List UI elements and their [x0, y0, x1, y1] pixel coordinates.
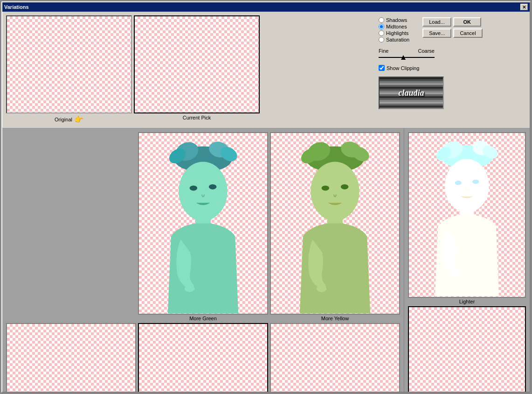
- svg-point-95: [445, 159, 489, 213]
- variations-dialog: Variations ✕: [1, 1, 531, 393]
- checker-background: [7, 16, 131, 113]
- shadows-radio[interactable]: [379, 17, 384, 23]
- more-yellow-figure: [271, 133, 399, 314]
- shadows-radio-row[interactable]: Shadows: [379, 17, 409, 23]
- original-label: Original 👉: [55, 115, 83, 124]
- current-pick-label-text: Current Pick: [183, 115, 211, 120]
- checker-background-2: [135, 16, 259, 113]
- current-pick-label: Current Pick: [183, 115, 211, 120]
- svg-point-26: [190, 185, 198, 190]
- highlights-radio-row[interactable]: Highlights: [379, 30, 409, 36]
- variation-cell-more-cyan[interactable]: More Cyan: [6, 323, 136, 392]
- original-preview-box: Original 👉: [6, 15, 132, 124]
- svg-point-35: [311, 162, 359, 221]
- lighter-image[interactable]: [408, 132, 526, 298]
- coarse-label: Coarse: [418, 48, 435, 54]
- logo-preview: claudia: [379, 77, 444, 109]
- slider-line: [379, 57, 435, 58]
- more-green-figure: [139, 133, 267, 314]
- fine-label: Fine: [379, 48, 388, 54]
- cancel-button[interactable]: Cancel: [453, 28, 482, 38]
- top-section: Original 👉: [2, 12, 530, 128]
- midtones-label: Midtones: [386, 24, 407, 29]
- bottom-section: More Green: [2, 128, 530, 392]
- variation-cell-more-yellow[interactable]: More Yellow: [270, 132, 400, 321]
- more-cyan-image[interactable]: [6, 323, 136, 392]
- empty-top-left: [6, 132, 136, 321]
- slider-labels: Fine Coarse: [379, 48, 435, 54]
- right-current-pick-cell[interactable]: Current Pick: [408, 306, 526, 392]
- lighter-label: Lighter: [459, 299, 475, 304]
- checker-bg: [409, 307, 525, 392]
- title-bar: Variations ✕: [2, 2, 530, 12]
- top-previews: Original 👉: [6, 15, 373, 124]
- svg-point-37: [341, 184, 349, 190]
- ok-button[interactable]: OK: [453, 17, 481, 27]
- variation-cell-more-green[interactable]: More Green: [138, 132, 268, 321]
- current-pick-center-image[interactable]: [138, 323, 268, 392]
- more-yellow-image[interactable]: [270, 132, 400, 315]
- checker-bg: [271, 324, 399, 392]
- lighter-figure: [409, 133, 525, 297]
- svg-point-97: [472, 179, 479, 184]
- midtones-radio[interactable]: [379, 24, 384, 29]
- right-current-pick-image[interactable]: [408, 306, 526, 392]
- more-green-label: More Green: [189, 316, 217, 321]
- svg-point-39: [317, 286, 327, 292]
- more-red-image[interactable]: [270, 323, 400, 392]
- svg-point-27: [209, 184, 217, 190]
- shadows-label: Shadows: [386, 17, 407, 23]
- svg-point-36: [322, 185, 330, 190]
- dialog-body: Original 👉: [2, 12, 530, 392]
- more-green-image[interactable]: [138, 132, 268, 315]
- slider-track[interactable]: [379, 54, 435, 61]
- highlights-label: Highlights: [386, 30, 408, 36]
- svg-point-25: [179, 162, 228, 221]
- variation-grid: More Green: [2, 128, 404, 392]
- load-button[interactable]: Load...: [422, 17, 451, 27]
- top-right-controls: Shadows Midtones Highlights Saturat: [377, 15, 526, 124]
- more-yellow-label: More Yellow: [321, 316, 349, 321]
- lighter-cell[interactable]: Lighter: [408, 132, 526, 304]
- saturation-radio-row[interactable]: Saturation: [379, 37, 409, 42]
- show-clipping-row[interactable]: Show Clipping: [379, 65, 524, 71]
- highlights-radio[interactable]: [379, 30, 384, 36]
- show-clipping-checkbox[interactable]: [379, 65, 385, 71]
- right-panel: Lighter: [404, 128, 530, 392]
- saturation-radio[interactable]: [379, 37, 384, 42]
- controls-row: Shadows Midtones Highlights Saturat: [379, 17, 524, 42]
- slider-section: Fine Coarse: [379, 48, 524, 61]
- svg-point-96: [455, 181, 462, 185]
- checker-bg: [139, 324, 267, 392]
- logo-text: claudia: [398, 88, 424, 98]
- save-button[interactable]: Save...: [422, 28, 451, 38]
- saturation-label: Saturation: [386, 37, 409, 42]
- original-label-text: Original: [55, 117, 72, 122]
- hand-pointer-icon: 👉: [74, 115, 83, 124]
- show-clipping-label: Show Clipping: [387, 65, 419, 71]
- current-pick-preview-box: Current Pick: [134, 15, 260, 124]
- tone-radio-group: Shadows Midtones Highlights Saturat: [379, 17, 409, 42]
- close-button[interactable]: ✕: [520, 4, 528, 10]
- checker-bg: [7, 324, 135, 392]
- button-group: Load... OK Save... Cancel: [422, 17, 483, 38]
- slider-thumb: [401, 55, 406, 60]
- svg-point-29: [185, 286, 195, 292]
- svg-point-99: [450, 271, 459, 277]
- dialog-title: Variations: [4, 4, 29, 10]
- original-preview-image[interactable]: [6, 15, 132, 113]
- variation-cell-current-pick[interactable]: Current Pick: [138, 323, 268, 392]
- current-pick-preview-image[interactable]: [134, 15, 260, 113]
- variation-cell-more-red[interactable]: More Red: [270, 323, 400, 392]
- midtones-radio-row[interactable]: Midtones: [379, 24, 409, 29]
